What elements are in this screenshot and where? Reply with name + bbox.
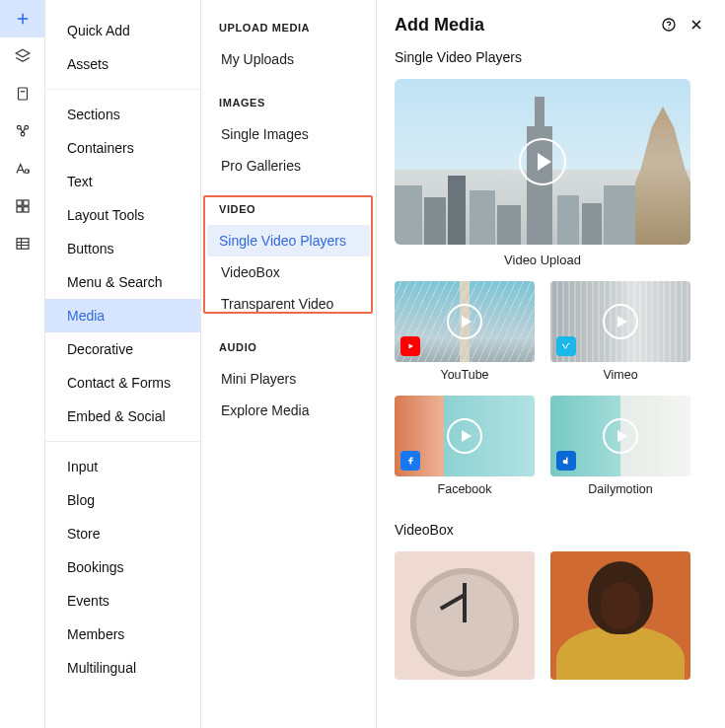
media-card-caption: Video Upload: [395, 253, 690, 267]
media-card-facebook[interactable]: Facebook: [395, 396, 535, 496]
brand-badge: [556, 451, 576, 471]
nav-sections[interactable]: Sections: [45, 98, 200, 131]
media-types-panel: UPLOAD MEDIAMy UploadsIMAGESSingle Image…: [201, 0, 377, 728]
typography-icon[interactable]: [0, 150, 44, 187]
nav-containers[interactable]: Containers: [45, 131, 200, 165]
types-single-video-players[interactable]: Single Video Players: [207, 225, 370, 256]
media-card-caption: Vimeo: [603, 368, 637, 382]
videobox-row: [395, 551, 707, 680]
types-heading: VIDEO: [219, 203, 358, 215]
svg-rect-0: [18, 88, 27, 100]
thumbnail: [550, 281, 690, 362]
svg-rect-9: [17, 239, 29, 250]
nav-layout-tools[interactable]: Layout Tools: [45, 198, 200, 232]
svg-rect-6: [23, 200, 28, 205]
close-button[interactable]: [686, 14, 707, 36]
media-card-caption: Dailymotion: [588, 482, 652, 496]
nav-group: SectionsContainersTextLayout ToolsButton…: [45, 89, 200, 441]
svg-marker-12: [409, 344, 414, 349]
types-videobox[interactable]: VideoBox: [219, 256, 358, 288]
brand-badge: [400, 336, 420, 356]
provider-grid: YouTubeVimeoFacebookDailymotion: [395, 281, 707, 496]
svg-rect-5: [17, 200, 22, 205]
nav-embed-social[interactable]: Embed & Social: [45, 400, 200, 433]
types-mini-players[interactable]: Mini Players: [219, 363, 358, 395]
videobox-card-clock[interactable]: [395, 551, 535, 680]
media-card-caption: YouTube: [440, 368, 488, 382]
types-transparent-video[interactable]: Transparent Video: [219, 288, 358, 320]
types-video: VIDEOSingle Video PlayersVideoBoxTranspa…: [219, 203, 358, 320]
play-icon: [603, 304, 638, 339]
svg-point-3: [21, 132, 25, 136]
help-icon: [661, 17, 677, 33]
app-root: Quick AddAssetsSectionsContainersTextLay…: [0, 0, 725, 728]
nav-text[interactable]: Text: [45, 165, 200, 198]
content-body: Single Video Players Video Upload YouTub…: [377, 45, 725, 728]
thumbnail: [395, 396, 535, 476]
types-heading: UPLOAD MEDIA: [219, 22, 358, 34]
content-title: Add Media: [395, 15, 652, 36]
types-audio: AUDIOMini PlayersExplore Media: [219, 341, 358, 426]
nav-events[interactable]: Events: [45, 584, 200, 618]
media-card-caption: Facebook: [438, 482, 492, 496]
nav-store[interactable]: Store: [45, 517, 200, 550]
svg-rect-8: [23, 207, 28, 212]
section-heading-videobox: VideoBox: [395, 522, 707, 538]
grid-icon[interactable]: [0, 187, 44, 225]
nav-group: InputBlogStoreBookingsEventsMembersMulti…: [45, 441, 200, 692]
nav-buttons[interactable]: Buttons: [45, 232, 200, 265]
nav-group: Quick AddAssets: [45, 6, 200, 89]
play-icon: [447, 418, 482, 454]
types-images: IMAGESSingle ImagesPro Galleries: [219, 97, 358, 182]
nav-media[interactable]: Media: [45, 299, 200, 332]
nav-quick-add[interactable]: Quick Add: [45, 14, 200, 47]
table-icon[interactable]: [0, 225, 44, 262]
nav-members[interactable]: Members: [45, 618, 200, 651]
thumbnail: [550, 396, 690, 476]
section-heading-svp: Single Video Players: [395, 49, 707, 65]
media-card-video-upload[interactable]: [395, 79, 690, 245]
types-single-images[interactable]: Single Images: [219, 118, 358, 150]
nav-input[interactable]: Input: [45, 450, 200, 483]
cluster-icon[interactable]: [0, 112, 44, 150]
types-my-uploads[interactable]: My Uploads: [219, 43, 358, 75]
types-pro-galleries[interactable]: Pro Galleries: [219, 150, 358, 182]
content-panel: Add Media Single Video Players: [377, 0, 725, 728]
nav-decorative[interactable]: Decorative: [45, 332, 200, 366]
nav-multilingual[interactable]: Multilingual: [45, 651, 200, 685]
svg-point-11: [668, 28, 669, 29]
brand-badge: [400, 451, 420, 471]
videobox-card-portrait[interactable]: [550, 551, 690, 680]
media-card-dailymotion[interactable]: Dailymotion: [550, 396, 690, 496]
types-explore-media[interactable]: Explore Media: [219, 395, 358, 426]
layers-icon[interactable]: [0, 37, 44, 75]
types-heading: IMAGES: [219, 97, 358, 109]
brand-badge: [556, 336, 576, 356]
media-card-vimeo[interactable]: Vimeo: [550, 281, 690, 382]
media-card-youtube[interactable]: YouTube: [395, 281, 535, 382]
content-header: Add Media: [377, 0, 725, 45]
page-icon[interactable]: [0, 75, 44, 112]
icon-rail: [0, 0, 45, 728]
types-upload-media: UPLOAD MEDIAMy Uploads: [219, 22, 358, 75]
thumbnail: [395, 281, 535, 362]
add-icon[interactable]: [0, 0, 44, 37]
nav-blog[interactable]: Blog: [45, 483, 200, 517]
nav-contact-forms[interactable]: Contact & Forms: [45, 366, 200, 400]
primary-nav-panel: Quick AddAssetsSectionsContainersTextLay…: [45, 0, 201, 728]
play-icon: [447, 304, 482, 339]
nav-bookings[interactable]: Bookings: [45, 550, 200, 584]
play-icon: [603, 418, 638, 454]
svg-rect-7: [17, 207, 22, 212]
nav-assets[interactable]: Assets: [45, 47, 200, 81]
nav-menu-search[interactable]: Menu & Search: [45, 265, 200, 299]
help-button[interactable]: [658, 14, 680, 36]
types-heading: AUDIO: [219, 341, 358, 353]
play-icon: [519, 138, 566, 185]
thumbnail: [395, 79, 690, 245]
close-icon: [689, 17, 704, 33]
